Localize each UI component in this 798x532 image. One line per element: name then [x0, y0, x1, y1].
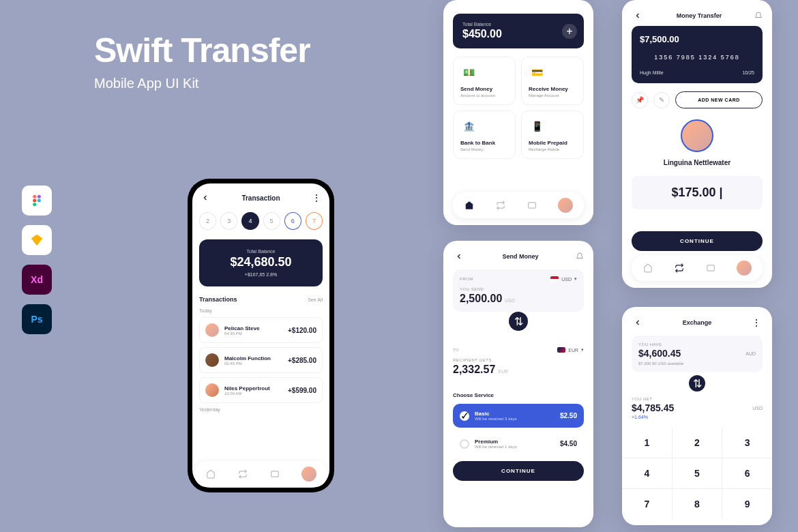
figma-icon [22, 186, 52, 216]
hero-title: Swift Transfer [94, 31, 310, 70]
back-button[interactable] [632, 316, 644, 329]
wallet-icon[interactable] [269, 469, 280, 479]
profile-avatar[interactable] [558, 198, 573, 213]
uk-flag-icon [557, 347, 565, 353]
back-button[interactable] [632, 10, 644, 22]
send-money-card[interactable]: 💵Send MoneyAccount to account [453, 57, 516, 105]
recipient-name: Linguina Nettlewater [632, 159, 763, 166]
screen-title: Send Money [502, 253, 538, 260]
card-expiry: 10/25 [742, 70, 754, 75]
from-box: FROMUSD ▾ YOU SEND 2,500.00USD [453, 269, 584, 312]
tx-amount: +$285.00 [288, 357, 316, 364]
tab-3[interactable]: 3 [220, 212, 237, 230]
bottom-nav [194, 461, 327, 487]
currency-selector[interactable]: EUR ▾ [557, 347, 584, 353]
get-amount: $4,785.45 [632, 402, 674, 413]
tab-5[interactable]: 5 [263, 212, 280, 230]
tx-amount: +$120.00 [288, 327, 316, 334]
receive-money-card[interactable]: 💳Receive MoneyManage Account [521, 57, 584, 105]
key-9[interactable]: 9 [722, 489, 772, 519]
wallet-icon[interactable] [705, 263, 716, 274]
tab-6[interactable]: 6 [284, 212, 301, 230]
balance-label: Total Balance [209, 249, 313, 254]
key-7[interactable]: 7 [622, 489, 672, 519]
ps-icon: Ps [22, 304, 52, 334]
tx-time: 10:00 AM [224, 391, 282, 396]
notification-icon[interactable] [754, 12, 763, 20]
profile-avatar[interactable] [301, 467, 316, 482]
swap-button[interactable]: ⇅ [689, 375, 705, 391]
svg-point-2 [33, 199, 36, 203]
more-icon[interactable]: ⋮ [750, 316, 763, 329]
keypad: 1 2 3 4 5 6 7 8 9 [622, 428, 772, 519]
transaction-item[interactable]: Niles Peppertrout10:00 AM +$599.00 [199, 377, 323, 403]
mobile-prepaid-card[interactable]: 📱Mobile PrepaidRecharge Mobile [521, 110, 584, 159]
service-premium[interactable]: PremiumWill be received 1 days $4.50 [453, 432, 584, 456]
key-8[interactable]: 8 [673, 489, 722, 519]
key-5[interactable]: 5 [673, 458, 722, 488]
profile-avatar[interactable] [737, 261, 752, 276]
key-2[interactable]: 2 [673, 428, 722, 458]
key-1[interactable]: 1 [622, 428, 672, 458]
wallet-icon[interactable] [527, 200, 537, 211]
svg-rect-6 [271, 471, 279, 477]
transaction-item[interactable]: Pelican Steve04:30 PM +$120.00 [199, 317, 323, 343]
bank-to-bank-card[interactable]: 🏦Bank to BankSend Money [453, 110, 516, 159]
key-6[interactable]: 6 [722, 458, 772, 488]
transaction-item[interactable]: Malcolm Function02:45 PM +$285.00 [199, 347, 323, 373]
avatar [205, 353, 219, 367]
tab-2[interactable]: 2 [199, 212, 216, 230]
have-amount[interactable]: $4,600.45 [638, 348, 681, 359]
back-button[interactable] [453, 250, 465, 263]
svg-marker-5 [31, 235, 43, 246]
see-all-link[interactable]: See All [308, 297, 323, 302]
svg-point-1 [38, 195, 41, 198]
amount-input[interactable]: $175.00 | [632, 176, 763, 209]
edit-icon[interactable]: ✎ [653, 92, 670, 108]
sketch-icon [22, 225, 52, 255]
transfer-icon[interactable] [237, 469, 248, 479]
service-basic[interactable]: ✓ BasicWill be received 3 days $2.50 [453, 404, 584, 428]
key-4[interactable]: 4 [622, 458, 672, 488]
avatar [681, 119, 713, 152]
send-amount[interactable]: 2,500.00 [460, 293, 502, 304]
date-tabs: 2 3 4 5 6 7 [199, 212, 323, 230]
recipient-profile: Linguina Nettlewater [632, 119, 763, 166]
mobile-icon: 📱 [529, 118, 545, 134]
bank-icon: 🏦 [460, 118, 477, 134]
transactions-title: Transactions [199, 296, 237, 303]
tx-name: Malcolm Function [224, 355, 282, 361]
pin-icon[interactable]: 📌 [632, 92, 648, 108]
tab-4[interactable]: 4 [241, 212, 258, 230]
transfer-icon[interactable] [674, 263, 685, 274]
today-label: Today [199, 308, 323, 313]
card-name: Hugh Millie [640, 70, 664, 75]
us-flag-icon [550, 276, 559, 282]
swap-button[interactable]: ⇅ [509, 312, 528, 331]
continue-button[interactable]: CONTINUE [453, 461, 584, 481]
tx-time: 02:45 PM [224, 361, 282, 366]
currency-selector[interactable]: USD ▾ [550, 276, 577, 282]
home-icon[interactable] [642, 263, 653, 274]
notification-icon[interactable] [576, 252, 584, 261]
key-3[interactable]: 3 [722, 428, 772, 458]
svg-rect-8 [707, 265, 715, 271]
home-icon[interactable] [464, 200, 475, 211]
more-icon[interactable]: ⋮ [310, 192, 323, 204]
add-button[interactable]: + [562, 24, 577, 39]
home-icon[interactable] [205, 469, 216, 479]
balance-label: Total Balance [462, 22, 574, 27]
you-get-box: YOU GET $4,785.45USD +1.64% [632, 397, 763, 419]
rate-change: +1.64% [632, 415, 763, 419]
tx-name: Niles Peppertrout [224, 385, 282, 391]
bottom-nav [632, 255, 763, 281]
add-new-card-button[interactable]: ADD NEW CARD [675, 91, 763, 108]
back-button[interactable] [199, 192, 211, 204]
tool-icons: Xd Ps [22, 186, 52, 334]
tab-7[interactable]: 7 [306, 212, 323, 230]
transfer-icon[interactable] [495, 200, 506, 211]
hero: Swift Transfer Mobile App UI Kit [94, 31, 310, 91]
continue-button[interactable]: CONTINUE [632, 231, 763, 251]
svg-point-4 [33, 203, 36, 206]
home-screen: Total Balance $450.00 + 💵Send MoneyAccou… [443, 0, 593, 225]
